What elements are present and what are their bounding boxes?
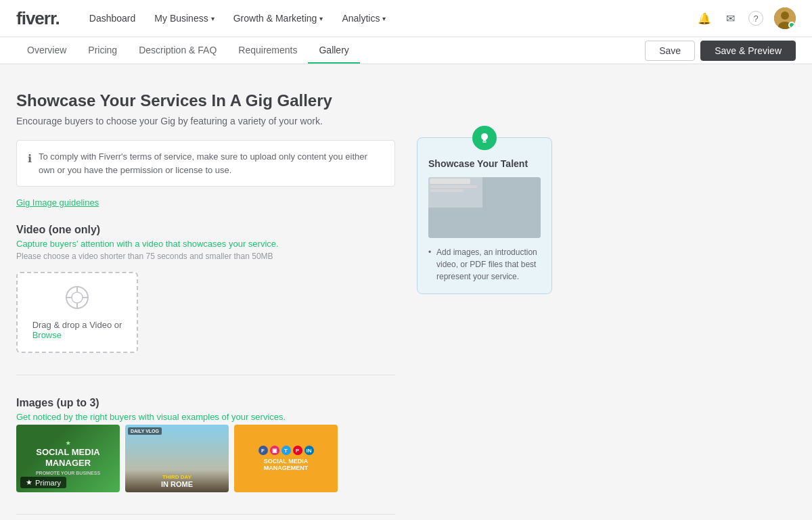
images-section-title: Images (up to 3) [16,397,395,409]
nav-dashboard[interactable]: Dashboard [81,7,144,29]
thumb1-label: ★ Social MediaManager PROMOTE YOUR BUSIN… [33,438,103,479]
social-icons: f ▣ t P in [258,446,314,455]
help-icon[interactable]: ? [748,11,763,26]
svg-point-1 [781,11,789,20]
chevron-down-icon: ▾ [319,15,323,22]
chevron-down-icon: ▾ [211,15,215,22]
notice-box: ℹ To comply with Fiverr's terms of servi… [16,140,395,187]
notice-text: To comply with Fiverr's terms of service… [39,150,384,176]
tab-gallery[interactable]: Gallery [308,37,359,64]
twitter-icon: t [281,446,291,455]
daily-vlog-badge: DAILY VLOG [128,427,162,435]
tab-pricing[interactable]: Pricing [77,37,128,64]
tab-list: Overview Pricing Description & FAQ Requi… [16,37,360,64]
page-subtitle: Encourage buyers to choose your Gig by f… [16,116,395,126]
thumb2-label: THIRD DAY IN ROME [125,470,229,492]
notification-icon[interactable]: 🔔 [697,11,712,26]
navbar: fiverr. Dashboard My Business ▾ Growth &… [0,0,812,37]
svg-point-4 [72,292,83,303]
nav-right: 🔔 ✉ ? [697,7,796,29]
tab-overview[interactable]: Overview [16,37,77,64]
sidebar-tip: Showcase Your Talent Add images, an intr… [417,91,552,520]
nav-growth-marketing[interactable]: Growth & Marketing ▾ [225,7,332,29]
online-indicator [788,22,795,28]
save-button[interactable]: Save [645,41,695,61]
tab-requirements[interactable]: Requirements [227,37,308,64]
save-preview-button[interactable]: Save & Preview [700,41,796,61]
video-section-title: Video (one only) [16,224,395,236]
image-thumbnail-2[interactable]: DAILY VLOG THIRD DAY IN ROME [125,425,229,492]
svg-rect-15 [430,189,464,192]
linkedin-icon: in [304,446,314,455]
tip-video-thumbnail[interactable] [428,177,541,238]
tip-bulb-icon [472,126,497,150]
tip-card-title: Showcase Your Talent [428,158,541,169]
gig-image-guidelines-link[interactable]: Gig Image guidelines [16,197,395,208]
subnav: Overview Pricing Description & FAQ Requi… [0,37,812,64]
svg-rect-10 [483,142,487,143]
video-section-desc: Capture buyers' attention with a video t… [16,239,395,249]
mail-icon[interactable]: ✉ [723,11,738,26]
upload-video-icon [65,285,89,314]
video-section: Video (one only) Capture buyers' attenti… [16,224,395,375]
nav-analytics[interactable]: Analytics ▾ [334,7,394,29]
avatar[interactable] [774,7,796,29]
svg-rect-14 [430,185,477,188]
chevron-down-icon: ▾ [382,15,386,22]
pinterest-icon: P [293,446,302,455]
smm-label: SOCIAL MEDIAMANAGEMENT [258,458,314,471]
svg-rect-9 [482,141,487,142]
instagram-icon: ▣ [270,446,279,455]
image-thumbnail-3[interactable]: f ▣ t P in SOCIAL MEDIAMANAGEMENT [234,425,338,492]
info-icon: ℹ [28,151,32,176]
video-upload-box[interactable]: Drag & drop a Video or Browse [16,272,138,353]
nav-links: Dashboard My Business ▾ Growth & Marketi… [81,7,697,29]
star-icon: ★ [26,478,32,487]
nav-my-business[interactable]: My Business ▾ [146,7,222,29]
tip-card: Showcase Your Talent Add images, an intr… [417,137,552,294]
primary-badge: ★ Primary [20,477,66,488]
main-content: Showcase Your Services In A Gig Gallery … [0,64,812,520]
browse-link[interactable]: Browse [32,330,62,340]
tip-thumbnail-bg [428,177,541,238]
svg-rect-13 [430,179,470,184]
tip-bullet-text: Add images, an introduction video, or PD… [428,246,541,283]
image-grid: ★ Social MediaManager PROMOTE YOUR BUSIN… [16,425,395,492]
image-thumbnail-1[interactable]: ★ Social MediaManager PROMOTE YOUR BUSIN… [16,425,120,492]
video-upload-text: Drag & drop a Video or Browse [32,320,122,340]
thumb3-label: f ▣ t P in SOCIAL MEDIAMANAGEMENT [256,443,317,474]
images-section-desc: Get noticed by the right buyers with vis… [16,412,395,422]
content-area: Showcase Your Services In A Gig Gallery … [16,91,395,520]
logo-text: fiverr. [16,8,60,28]
facebook-icon: f [258,446,268,455]
page-title: Showcase Your Services In A Gig Gallery [16,91,395,110]
images-section: Images (up to 3) Get noticed by the righ… [16,397,395,515]
logo[interactable]: fiverr. [16,8,60,29]
video-section-note: Please choose a video shorter than 75 se… [16,252,395,261]
subnav-actions: Save Save & Preview [645,41,796,61]
tab-description-faq[interactable]: Description & FAQ [128,37,227,64]
